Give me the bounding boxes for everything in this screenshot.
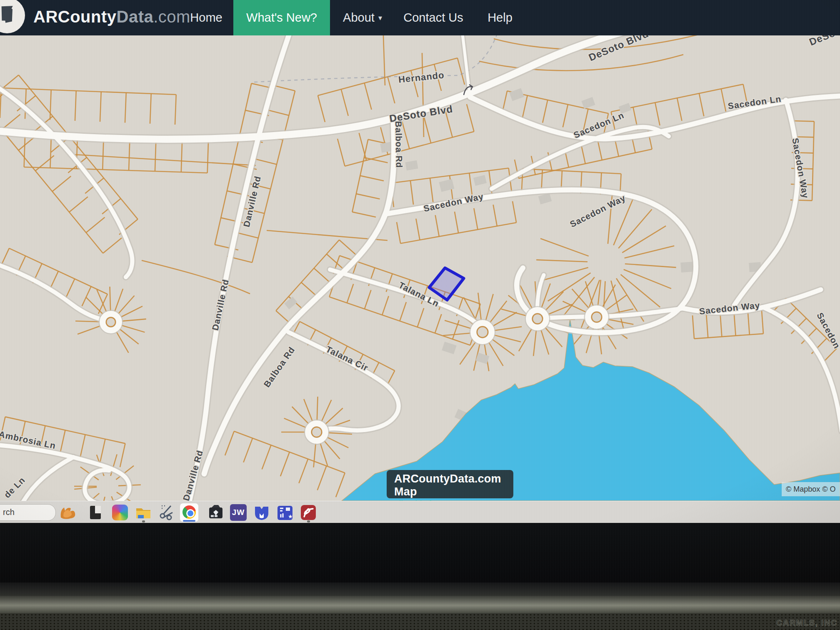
- laptop-speaker-grille: [0, 613, 840, 630]
- nav-item-help[interactable]: Help: [475, 0, 525, 35]
- laptop-hinge-shadow: [0, 582, 840, 596]
- nav-item-whats-new-active[interactable]: What's New?: [233, 0, 330, 35]
- brand-mid: Data: [117, 8, 154, 26]
- nav-whats-new-label: What's New?: [246, 11, 317, 25]
- laptop-hinge-bar: [0, 596, 840, 613]
- taskbar-icon-camera[interactable]: [207, 503, 225, 522]
- windows-taskbar: rch JW★: [0, 501, 840, 523]
- site-title[interactable]: ARCountyData.com: [33, 8, 190, 26]
- folder-running-dot: [142, 520, 145, 522]
- parcel-map[interactable]: HernandoDeSoto BlvdDeSoto BlvdDeSotoSace…: [0, 35, 840, 501]
- taskbar-search-input[interactable]: rch: [0, 504, 56, 521]
- laptop-bezel: hp: [0, 522, 840, 582]
- map-feature-badge: ARCountyData.com Map Like this feature? …: [387, 470, 513, 498]
- nav-about-label: About: [343, 11, 375, 25]
- chrome-active-indicator: [183, 520, 195, 522]
- site-navbar: ARCountyData.com Home What's New? About▾…: [0, 0, 840, 35]
- map-badge-title: ARCountyData.com Map: [394, 472, 508, 498]
- photo-of-laptop-screen: ARCountyData.com Home What's New? About▾…: [0, 0, 840, 630]
- nav-home-label: Home: [190, 11, 222, 25]
- taskbar-icon-files-dark[interactable]: [87, 503, 105, 522]
- search-partial-text: rch: [3, 508, 15, 517]
- taskbar-icon-snip[interactable]: [158, 503, 177, 522]
- taskbar-icon-firefox[interactable]: [58, 503, 77, 522]
- arkansas-state-icon: [0, 4, 16, 26]
- taskbar-icon-acrobat[interactable]: [299, 503, 318, 522]
- nav-item-contact-us[interactable]: Contact Us: [398, 0, 469, 35]
- map-attribution-text: © Mapbox © O: [786, 485, 836, 494]
- nav-item-about[interactable]: About▾: [335, 0, 390, 35]
- svg-text:★: ★: [288, 513, 293, 520]
- taskbar-icon-folder[interactable]: [134, 503, 152, 522]
- taskbar-icon-malwarebytes[interactable]: [252, 503, 271, 522]
- nav-help-label: Help: [488, 11, 512, 25]
- site-logo[interactable]: [0, 0, 25, 33]
- map-canvas: HernandoDeSoto BlvdDeSoto BlvdDeSotoSace…: [0, 35, 840, 501]
- taskbar-icon-chrome[interactable]: [180, 503, 198, 522]
- nav-item-home[interactable]: Home: [179, 0, 233, 35]
- chevron-down-icon: ▾: [378, 13, 382, 22]
- taskbar-icon-jw[interactable]: JW: [229, 503, 248, 522]
- taskbar-icon-tools[interactable]: ★: [276, 503, 294, 522]
- map-attribution[interactable]: © Mapbox © O: [782, 482, 840, 496]
- taskbar-icon-colorful[interactable]: [111, 503, 129, 522]
- photo-watermark: CARMLS, INC: [776, 618, 838, 628]
- nav-contact-label: Contact Us: [403, 11, 463, 25]
- brand-prefix: ARCounty: [33, 8, 117, 26]
- svg-text:Balboa Rd: Balboa Rd: [394, 121, 404, 168]
- acrobat-running-dot: [307, 520, 310, 522]
